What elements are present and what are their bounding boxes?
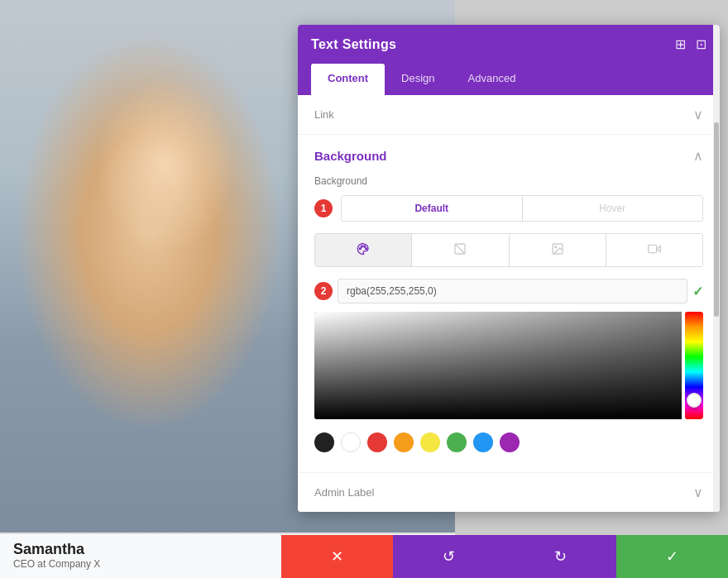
swatch-green[interactable]: [447, 432, 467, 452]
swatch-yellow[interactable]: [420, 432, 440, 452]
gradient-icon-btn[interactable]: [412, 234, 509, 266]
default-hover-row: 1 Default Hover: [314, 195, 703, 222]
panel-header: Text Settings ⊞ ⊡: [298, 25, 720, 64]
color-gradient-area[interactable]: [314, 312, 703, 419]
cancel-button[interactable]: ✕: [281, 535, 393, 578]
background-label: Background: [314, 175, 703, 187]
hue-slider-handle[interactable]: [687, 393, 702, 408]
settings-panel: Text Settings ⊞ ⊡ Content Design Advance…: [298, 25, 720, 512]
default-hover-toggle: Default Hover: [341, 195, 703, 222]
svg-marker-8: [657, 246, 661, 252]
background-chevron-icon[interactable]: ∧: [693, 148, 703, 164]
svg-point-2: [364, 246, 366, 247]
layout-icon[interactable]: ⊡: [696, 36, 706, 52]
svg-point-3: [366, 248, 367, 250]
svg-point-7: [554, 246, 556, 248]
link-chevron-icon: ∨: [693, 107, 703, 122]
color-input-row: 2 ✓: [314, 279, 703, 303]
tab-design[interactable]: Design: [385, 64, 451, 95]
confirm-color-icon[interactable]: ✓: [692, 284, 703, 299]
color-swatches: [314, 429, 703, 459]
video-icon-btn[interactable]: [606, 234, 702, 266]
admin-label: Admin Label: [314, 486, 374, 499]
expand-icon[interactable]: ⊞: [675, 36, 686, 52]
panel-content: Link ∨ Background ∧ Background 1 Default…: [298, 95, 720, 512]
panel-tabs: Content Design Advanced: [298, 64, 720, 95]
admin-label-row[interactable]: Admin Label ∨: [298, 472, 720, 512]
swatch-red[interactable]: [367, 432, 387, 452]
badge-1: 1: [314, 199, 333, 217]
color-value-input[interactable]: [338, 279, 687, 303]
swatch-purple[interactable]: [500, 432, 520, 452]
color-picker-icon-btn[interactable]: [315, 234, 412, 266]
redo-button[interactable]: ↻: [505, 535, 616, 578]
tab-advanced[interactable]: Advanced: [452, 64, 533, 95]
undo-button[interactable]: ↺: [393, 535, 505, 578]
background-section: Background ∧ Background 1 Default Hover: [298, 135, 720, 472]
svg-line-5: [455, 244, 465, 254]
swatch-blue[interactable]: [473, 432, 493, 452]
svg-point-1: [361, 246, 362, 247]
swatch-black[interactable]: [314, 432, 334, 452]
link-label: Link: [314, 108, 334, 121]
admin-chevron-icon: ∨: [693, 485, 703, 500]
panel-scrollbar[interactable]: [713, 25, 720, 512]
color-picker-container: [314, 312, 703, 419]
background-title: Background: [314, 149, 387, 163]
tab-content[interactable]: Content: [311, 64, 385, 95]
background-header: Background ∧: [314, 148, 703, 164]
panel-header-icons: ⊞ ⊡: [675, 36, 706, 52]
default-button[interactable]: Default: [342, 196, 522, 221]
panel-title: Text Settings: [311, 37, 396, 52]
image-icon-btn[interactable]: [510, 234, 606, 266]
background-type-icons: [314, 233, 703, 267]
swatch-white[interactable]: [341, 432, 361, 452]
confirm-button[interactable]: ✓: [616, 535, 728, 578]
action-bar: ✕ ↺ ↻ ✓: [281, 535, 728, 578]
black-gradient: [314, 312, 682, 419]
scrollbar-thumb[interactable]: [714, 122, 719, 318]
link-section-row[interactable]: Link ∨: [298, 95, 720, 135]
svg-rect-9: [649, 245, 657, 252]
svg-point-0: [359, 248, 361, 250]
swatch-orange[interactable]: [394, 432, 414, 452]
badge-2: 2: [314, 282, 333, 300]
hover-button[interactable]: Hover: [522, 196, 703, 221]
